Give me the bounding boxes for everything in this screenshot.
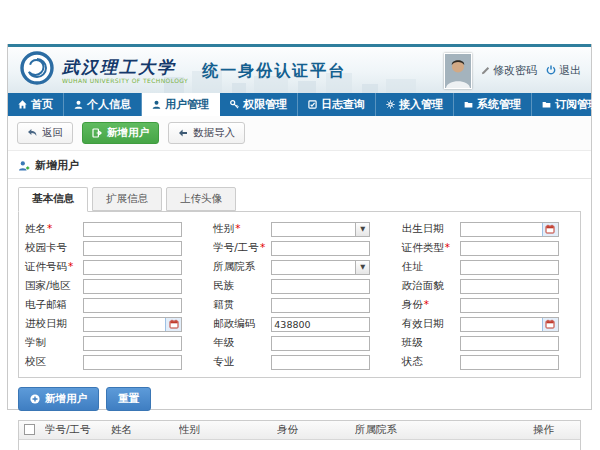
id-number-input[interactable] bbox=[84, 261, 181, 274]
entry-date-input[interactable] bbox=[84, 318, 165, 331]
tab-basic-info[interactable]: 基本信息 bbox=[18, 187, 88, 212]
basic-info-form: 姓名*性别*▼出生日期校园卡号学号/工号*证件类型*证件号码*所属院系▼住址国家… bbox=[18, 211, 581, 378]
form-field-status: 状态 bbox=[402, 354, 574, 370]
nav-tab-label: 个人信息 bbox=[87, 97, 131, 112]
new-user-icon bbox=[92, 128, 102, 138]
platform-title: 统一身份认证平台 bbox=[202, 61, 346, 82]
class-input[interactable] bbox=[461, 337, 558, 350]
department-input[interactable] bbox=[272, 261, 355, 274]
form-field-ethnicity: 民族 bbox=[213, 278, 385, 294]
required-asterisk: * bbox=[424, 298, 429, 310]
table-column-header: 操作 bbox=[533, 423, 575, 437]
nav-tab-access-management[interactable]: 接入管理 bbox=[376, 93, 454, 116]
tab-upload-avatar[interactable]: 上传头像 bbox=[166, 187, 236, 211]
required-asterisk: * bbox=[235, 222, 240, 234]
student-employee-id-input[interactable] bbox=[272, 242, 369, 255]
major-input[interactable] bbox=[272, 356, 369, 369]
id-number-input bbox=[83, 260, 182, 275]
add-user-submit-label: 新增用户 bbox=[45, 392, 87, 406]
import-arrow-icon bbox=[178, 128, 188, 138]
grade-input[interactable] bbox=[272, 337, 369, 350]
reset-button[interactable]: 重置 bbox=[106, 387, 151, 411]
calendar-icon[interactable] bbox=[542, 223, 558, 236]
schooling-length-input[interactable] bbox=[84, 337, 181, 350]
back-button[interactable]: 返回 bbox=[17, 122, 73, 144]
political-status-input[interactable] bbox=[461, 280, 558, 293]
chevron-down-icon[interactable]: ▼ bbox=[355, 261, 369, 274]
logout-label: 退出 bbox=[559, 63, 581, 78]
data-import-button[interactable]: 数据导入 bbox=[168, 122, 245, 144]
logout-link[interactable]: 退出 bbox=[546, 63, 581, 78]
id-type-input bbox=[460, 241, 559, 256]
campus-card-no-input bbox=[83, 241, 182, 256]
campus-card-no-input[interactable] bbox=[84, 242, 181, 255]
form-field-email: 电子邮箱 bbox=[25, 297, 197, 313]
field-label-class: 班级 bbox=[402, 336, 460, 350]
gender-input[interactable] bbox=[272, 223, 355, 236]
email-input[interactable] bbox=[84, 299, 181, 312]
table-column-header: 所属院系 bbox=[355, 423, 533, 437]
major-input bbox=[271, 355, 370, 370]
gear-icon bbox=[386, 100, 395, 109]
required-asterisk: * bbox=[260, 241, 265, 253]
back-button-label: 返回 bbox=[42, 126, 63, 140]
nav-tab-user-management[interactable]: 用户管理 bbox=[142, 93, 220, 116]
form-field-political-status: 政治面貌 bbox=[402, 278, 574, 294]
form-field-campus-card-no: 校园卡号 bbox=[25, 240, 197, 256]
change-password-link[interactable]: 修改密码 bbox=[481, 63, 537, 78]
chevron-down-icon[interactable]: ▼ bbox=[355, 223, 369, 236]
ethnicity-input bbox=[271, 279, 370, 294]
select-all-checkbox[interactable] bbox=[24, 424, 35, 435]
nav-tab-personal-info[interactable]: 个人信息 bbox=[64, 93, 142, 116]
form-field-student-employee-id: 学号/工号* bbox=[213, 240, 385, 256]
form-field-department: 所属院系▼ bbox=[213, 259, 385, 275]
valid-date-input[interactable] bbox=[461, 318, 542, 331]
identity-input[interactable] bbox=[461, 299, 558, 312]
postal-code-input[interactable] bbox=[272, 318, 369, 331]
form-field-entry-date: 进校日期 bbox=[25, 316, 197, 332]
form-field-id-number: 证件号码* bbox=[25, 259, 197, 275]
calendar-icon[interactable] bbox=[165, 318, 181, 331]
university-name-en: WUHAN UNIVERSITY OF TECHNOLOGY bbox=[62, 78, 188, 84]
field-label-ethnicity: 民族 bbox=[213, 279, 271, 293]
field-label-campus: 校区 bbox=[25, 355, 83, 369]
birth-date-input[interactable] bbox=[461, 223, 542, 236]
nav-tab-permission-management[interactable]: 权限管理 bbox=[220, 93, 298, 116]
nav-tab-subscription-management[interactable]: 订阅管理 bbox=[532, 93, 600, 116]
form-field-id-type: 证件类型* bbox=[402, 240, 574, 256]
address-input[interactable] bbox=[461, 261, 558, 274]
form-field-name: 姓名* bbox=[25, 221, 197, 237]
field-label-email: 电子邮箱 bbox=[25, 298, 83, 312]
calendar-icon[interactable] bbox=[542, 318, 558, 331]
tab-extended-info[interactable]: 扩展信息 bbox=[92, 187, 162, 211]
field-label-identity: 身份* bbox=[402, 298, 460, 312]
form-field-grade: 年级 bbox=[213, 335, 385, 351]
ethnicity-input[interactable] bbox=[272, 280, 369, 293]
form-field-major: 专业 bbox=[213, 354, 385, 370]
campus-input[interactable] bbox=[84, 356, 181, 369]
postal-code-input bbox=[271, 317, 370, 332]
add-user-submit-button[interactable]: 新增用户 bbox=[18, 387, 99, 411]
nav-tab-home[interactable]: 首页 bbox=[8, 93, 64, 116]
nav-tab-system-management[interactable]: 系统管理 bbox=[454, 93, 532, 116]
status-input[interactable] bbox=[461, 356, 558, 369]
power-icon bbox=[546, 65, 556, 75]
field-label-address: 住址 bbox=[402, 260, 460, 274]
status-input bbox=[460, 355, 559, 370]
back-arrow-icon bbox=[27, 128, 37, 138]
form-field-birth-date: 出生日期 bbox=[402, 221, 574, 237]
user-avatar[interactable] bbox=[444, 53, 472, 89]
data-import-label: 数据导入 bbox=[193, 126, 235, 140]
table-column-header: 身份 bbox=[277, 423, 355, 437]
nav-tab-log-query[interactable]: 日志查询 bbox=[298, 93, 376, 116]
add-user-toolbar-button[interactable]: 新增用户 bbox=[82, 122, 159, 144]
country-region-input[interactable] bbox=[84, 280, 181, 293]
field-label-native-place: 籍贯 bbox=[213, 298, 271, 312]
form-field-country-region: 国家/地区 bbox=[25, 278, 197, 294]
field-label-department: 所属院系 bbox=[213, 260, 271, 274]
field-label-country-region: 国家/地区 bbox=[25, 279, 83, 293]
id-type-input[interactable] bbox=[461, 242, 558, 255]
name-input[interactable] bbox=[84, 223, 181, 236]
native-place-input[interactable] bbox=[272, 299, 369, 312]
field-label-schooling-length: 学制 bbox=[25, 336, 83, 350]
